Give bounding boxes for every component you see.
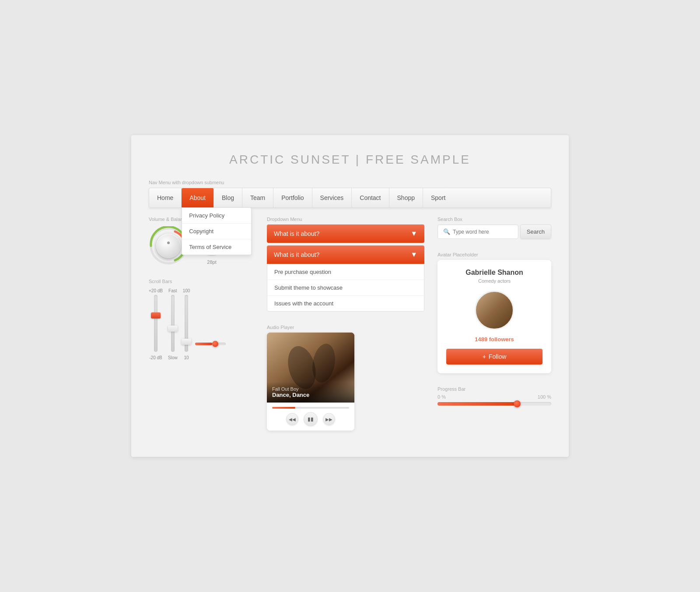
nav-item-about-wrapper: About Privacy Policy Copyright Terms of … xyxy=(182,188,214,207)
slider3-bottom-label: 10 xyxy=(184,355,189,360)
knob1-dot xyxy=(167,242,170,244)
dropdown-arrow-2: ▼ xyxy=(410,251,417,259)
audio-player-label: Audio Player xyxy=(267,325,424,330)
progress-fill xyxy=(438,402,517,406)
audio-controls-bar: ◀◀ ▮▮ ▶▶ xyxy=(267,403,354,431)
audio-buttons: ◀◀ ▮▮ ▶▶ xyxy=(272,412,349,426)
slider1-group: +20 dB -20 dB xyxy=(149,288,163,360)
search-box: 🔍 Search xyxy=(438,224,551,239)
dropdown-select-1[interactable]: What is it about? ▼ xyxy=(267,224,424,243)
dd-list-item-1[interactable]: Pre purchase question xyxy=(267,264,424,280)
middle-column: Dropdown Menu What is it about? ▼ What i… xyxy=(267,217,424,431)
avatar-followers-label: followers xyxy=(489,336,514,343)
slider3-group: 100 10 xyxy=(183,288,190,360)
avatar-card: Gabrielle Shanon Comedy actors 1489 foll… xyxy=(438,260,551,373)
scrollbars-label: Scroll Bars xyxy=(149,279,254,284)
avatar-image xyxy=(475,291,514,330)
dropdown-item-terms[interactable]: Terms of Service xyxy=(182,239,251,255)
slider1-bottom-label: -20 dB xyxy=(149,355,162,360)
search-input-wrap: 🔍 xyxy=(438,224,518,239)
horiz-slider-group xyxy=(195,288,226,345)
slider2-track[interactable] xyxy=(171,295,175,352)
avatar-role: Comedy actors xyxy=(446,278,542,284)
nav-item-portfolio[interactable]: Portfolio xyxy=(273,188,312,207)
dropdown-select-2[interactable]: What is it about? ▼ xyxy=(267,245,424,264)
follow-plus-icon: + xyxy=(483,353,486,360)
dropdown-select-2-wrapper: What is it about? ▼ Pre purchase questio… xyxy=(267,245,424,312)
search-input[interactable] xyxy=(453,229,513,235)
dropdown-item-privacy[interactable]: Privacy Policy xyxy=(182,208,251,224)
dropdown-list: Pre purchase question Submit theme to sh… xyxy=(267,264,424,312)
slider3-track[interactable] xyxy=(185,295,188,352)
dd-list-item-3[interactable]: Issues with the account xyxy=(267,296,424,311)
dd-list-item-2[interactable]: Submit theme to showcase xyxy=(267,280,424,296)
audio-forward-button[interactable]: ▶▶ xyxy=(323,413,335,425)
scrollbars-section: Scroll Bars +20 dB -20 dB Fast xyxy=(149,279,254,360)
audio-progress-track[interactable] xyxy=(272,407,349,409)
horiz-slider-track[interactable] xyxy=(195,343,226,345)
follow-button[interactable]: + Follow xyxy=(446,349,542,364)
slider2-thumb[interactable] xyxy=(168,326,178,332)
audio-title: Dance, Dance xyxy=(272,392,349,398)
nav-item-contact[interactable]: Contact xyxy=(352,188,389,207)
follow-label: Follow xyxy=(489,353,506,360)
progress-label-end: 100 % xyxy=(538,394,551,399)
nav-item-home[interactable]: Home xyxy=(149,188,182,207)
horiz-slider-fill xyxy=(195,343,212,345)
progress-label-start: 0 % xyxy=(438,394,446,399)
dropdown-component-label: Dropdown Menu xyxy=(267,217,424,222)
dropdown-arrow-1: ▼ xyxy=(410,230,417,238)
audio-card: Popular xyxy=(267,333,354,431)
nav-item-shopp[interactable]: Shopp xyxy=(389,188,423,207)
audio-rewind-button[interactable]: ◀◀ xyxy=(286,413,298,425)
audio-pause-button[interactable]: ▮▮ xyxy=(304,412,318,426)
dropdown-item-copyright[interactable]: Copyright xyxy=(182,224,251,239)
slider1-top-label: +20 dB xyxy=(149,288,163,293)
avatar-followers-count: 1489 xyxy=(475,336,487,343)
nav-item-team[interactable]: Team xyxy=(242,188,273,207)
audio-progress-fill xyxy=(272,407,295,409)
nav-section: Nav Menu with dropdown submenu Home Abou… xyxy=(149,180,551,208)
slider1-thumb[interactable] xyxy=(151,312,161,319)
nav-item-services[interactable]: Services xyxy=(312,188,352,207)
sliders-row: +20 dB -20 dB Fast Slow xyxy=(149,288,254,360)
avatar-followers: 1489 followers xyxy=(446,336,542,343)
progress-section: Progress Bar 0 % 100 % xyxy=(438,386,551,406)
nav-bar: Home About Privacy Policy Copyright Term… xyxy=(149,188,551,208)
search-section-label: Search Box xyxy=(438,217,551,222)
nav-section-label: Nav Menu with dropdown submenu xyxy=(149,180,551,185)
search-button[interactable]: Search xyxy=(520,224,551,239)
slider1-track[interactable] xyxy=(154,295,158,352)
knob1-inner xyxy=(156,234,181,258)
nav-item-about[interactable]: About xyxy=(182,188,214,207)
audio-player-section: Audio Player Popular xyxy=(267,325,424,431)
avatar-name: Gabrielle Shanon xyxy=(446,269,542,277)
audio-cover: Popular xyxy=(267,333,354,403)
main-container: ARCTIC SUNSET | FREE SAMPLE Nav Menu wit… xyxy=(131,135,569,457)
progress-labels: 0 % 100 % xyxy=(438,394,551,399)
knob2-label: 28pt xyxy=(207,259,216,265)
nav-dropdown-menu: Privacy Policy Copyright Terms of Servic… xyxy=(182,207,252,255)
slider2-top-label: Fast xyxy=(168,288,177,293)
progress-thumb[interactable] xyxy=(514,400,521,407)
slider2-group: Fast Slow xyxy=(168,288,178,360)
slider3-top-label: 100 xyxy=(183,288,190,293)
avatar-section-label: Avatar Placeholder xyxy=(438,252,551,257)
dropdown-component: Dropdown Menu What is it about? ▼ What i… xyxy=(267,217,424,312)
slider2-bottom-label: Slow xyxy=(168,355,178,360)
right-column: Search Box 🔍 Search Avatar Placeholder G… xyxy=(438,217,551,431)
page-title: ARCTIC SUNSET | FREE SAMPLE xyxy=(149,153,551,167)
search-section: Search Box 🔍 Search xyxy=(438,217,551,239)
search-icon: 🔍 xyxy=(443,228,450,235)
nav-item-sport[interactable]: Sport xyxy=(423,188,453,207)
slider3-thumb[interactable] xyxy=(182,339,191,345)
audio-artist: Fall Out Boy xyxy=(272,386,349,392)
progress-track[interactable] xyxy=(438,402,551,406)
avatar-section: Avatar Placeholder Gabrielle Shanon Come… xyxy=(438,252,551,373)
horiz-slider-thumb[interactable] xyxy=(212,341,218,347)
nav-item-blog[interactable]: Blog xyxy=(214,188,242,207)
audio-info: Fall Out Boy Dance, Dance xyxy=(267,382,354,403)
progress-section-label: Progress Bar xyxy=(438,386,551,392)
